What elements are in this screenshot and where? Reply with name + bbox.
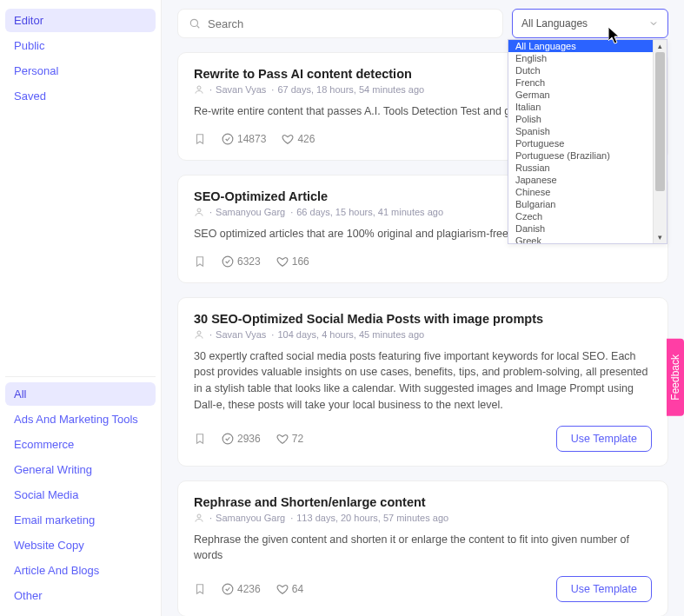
- language-option[interactable]: Spanish: [508, 125, 653, 137]
- card-author: Savan Vyas: [209, 84, 266, 95]
- svg-point-6: [197, 331, 201, 334]
- language-option[interactable]: Bulgarian: [508, 198, 653, 210]
- sidebar-category-website-copy[interactable]: Website Copy: [5, 533, 156, 557]
- author-icon: [194, 513, 204, 523]
- sidebar-top-group: EditorPublicPersonalSaved: [5, 3, 156, 113]
- likes-count: 64: [292, 583, 303, 595]
- card-time: 66 days, 15 hours, 41 minutes ago: [290, 207, 443, 217]
- author-icon: [194, 329, 204, 340]
- uses-count: 6323: [237, 255, 261, 268]
- topbar: All Languages All LanguagesEnglishDutchF…: [177, 9, 668, 38]
- card-description: Rephrase the given content and shorten i…: [194, 532, 652, 565]
- language-option[interactable]: Polish: [508, 113, 653, 125]
- sidebar-category-article-and-blogs[interactable]: Article And Blogs: [5, 559, 156, 582]
- language-option[interactable]: English: [508, 52, 653, 64]
- card-time: 104 days, 4 hours, 45 minutes ago: [271, 329, 424, 340]
- heart-icon: [276, 433, 289, 445]
- sidebar-item-personal[interactable]: Personal: [5, 59, 156, 83]
- card-title: Rephrase and Shorten/enlarge content: [194, 495, 652, 509]
- likes-stat: 426: [282, 133, 315, 145]
- language-option[interactable]: French: [508, 76, 653, 89]
- language-option[interactable]: Danish: [508, 222, 653, 235]
- sidebar-category-ads-and-marketing-tools[interactable]: Ads And Marketing Tools: [5, 407, 156, 431]
- search-input[interactable]: [208, 17, 492, 30]
- language-option[interactable]: Chinese: [508, 186, 653, 198]
- language-option[interactable]: Portuguese (Brazilian): [508, 149, 653, 162]
- chevron-down-icon: [648, 18, 659, 29]
- card-time: 67 days, 18 hours, 54 minutes ago: [271, 84, 424, 95]
- language-select[interactable]: All Languages All LanguagesEnglishDutchF…: [512, 9, 668, 38]
- sidebar-category-ecommerce[interactable]: Ecommerce: [5, 433, 156, 456]
- use-template-button[interactable]: Use Template: [556, 576, 652, 602]
- language-option[interactable]: Greek: [508, 235, 653, 243]
- language-option[interactable]: German: [508, 89, 653, 101]
- svg-line-1: [197, 26, 200, 29]
- bookmark-button[interactable]: [194, 132, 206, 146]
- likes-count: 166: [292, 255, 309, 268]
- card-author: Samanyou Garg: [209, 207, 285, 217]
- check-icon: [222, 255, 234, 268]
- heart-icon: [282, 133, 294, 145]
- card-author: Savan Vyas: [209, 329, 266, 340]
- card-description: 30 expertly crafted social media posts f…: [194, 348, 652, 414]
- sidebar-item-public[interactable]: Public: [5, 34, 156, 57]
- card-title: 30 SEO-Optimized Social Media Posts with…: [194, 312, 652, 326]
- language-option[interactable]: Czech: [508, 210, 653, 222]
- uses-count: 2936: [237, 433, 261, 445]
- bookmark-button[interactable]: [194, 255, 206, 268]
- card-time: 113 days, 20 hours, 57 minutes ago: [290, 513, 448, 523]
- likes-stat: 72: [276, 433, 303, 445]
- sidebar: EditorPublicPersonalSaved AllAds And Mar…: [0, 0, 162, 616]
- sidebar-item-saved[interactable]: Saved: [5, 84, 156, 108]
- language-option[interactable]: Japanese: [508, 174, 653, 186]
- language-dropdown: All LanguagesEnglishDutchFrenchGermanIta…: [508, 39, 667, 244]
- card-author: Samanyou Garg: [209, 513, 285, 523]
- use-template-button[interactable]: Use Template: [556, 426, 652, 452]
- sidebar-category-social-media[interactable]: Social Media: [5, 483, 156, 507]
- uses-stat: 6323: [222, 255, 261, 268]
- uses-count: 4236: [237, 583, 261, 595]
- card-meta: Savan Vyas 104 days, 4 hours, 45 minutes…: [194, 329, 652, 340]
- feedback-tab[interactable]: Feedback: [667, 339, 684, 416]
- language-option[interactable]: Dutch: [508, 64, 653, 76]
- sidebar-category-other[interactable]: Other: [5, 584, 156, 607]
- uses-stat: 2936: [222, 433, 261, 445]
- language-option[interactable]: All Languages: [508, 40, 653, 52]
- svg-point-5: [222, 256, 233, 267]
- main-content: All Languages All LanguagesEnglishDutchF…: [162, 0, 684, 616]
- scroll-thumb[interactable]: [655, 52, 665, 191]
- sidebar-item-editor[interactable]: Editor: [5, 9, 156, 32]
- dropdown-scrollbar[interactable]: ▴ ▾: [653, 40, 667, 243]
- language-selected-label: All Languages: [521, 17, 588, 30]
- author-icon: [194, 207, 204, 217]
- card-meta: Samanyou Garg 113 days, 20 hours, 57 min…: [194, 513, 652, 523]
- svg-point-9: [222, 584, 233, 594]
- search-box[interactable]: [177, 9, 503, 38]
- sidebar-category-email-marketing[interactable]: Email marketing: [5, 508, 156, 532]
- uses-stat: 14873: [222, 133, 266, 145]
- scroll-down-arrow[interactable]: ▾: [654, 231, 667, 243]
- svg-point-0: [190, 19, 197, 26]
- sidebar-category-all[interactable]: All: [5, 382, 156, 406]
- scroll-up-arrow[interactable]: ▴: [654, 40, 667, 52]
- sidebar-bottom-group: AllAds And Marketing ToolsEcommerceGener…: [5, 376, 156, 613]
- check-icon: [222, 433, 234, 445]
- uses-count: 14873: [237, 133, 266, 145]
- language-option[interactable]: Italian: [508, 101, 653, 113]
- sidebar-category-general-writing[interactable]: General Writing: [5, 458, 156, 481]
- bookmark-button[interactable]: [194, 582, 206, 596]
- likes-stat: 64: [276, 583, 303, 595]
- svg-point-3: [222, 134, 233, 144]
- heart-icon: [276, 583, 289, 595]
- check-icon: [222, 133, 234, 145]
- svg-point-4: [197, 209, 201, 212]
- language-option[interactable]: Russian: [508, 162, 653, 174]
- svg-point-7: [222, 434, 233, 444]
- svg-point-2: [197, 86, 201, 89]
- template-card: Rephrase and Shorten/enlarge content Sam…: [177, 480, 668, 617]
- check-icon: [222, 583, 234, 595]
- language-option[interactable]: Portuguese: [508, 137, 653, 149]
- scroll-track[interactable]: [654, 52, 667, 231]
- svg-point-8: [197, 514, 201, 518]
- bookmark-button[interactable]: [194, 432, 206, 446]
